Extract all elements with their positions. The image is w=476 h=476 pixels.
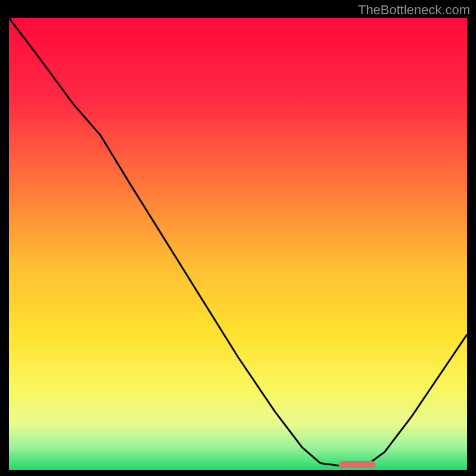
watermark-text: TheBottleneck.com xyxy=(358,2,470,18)
optimal-marker xyxy=(339,461,375,468)
chart-area xyxy=(9,18,467,470)
chart-svg xyxy=(9,18,467,470)
gradient-background xyxy=(9,18,467,470)
